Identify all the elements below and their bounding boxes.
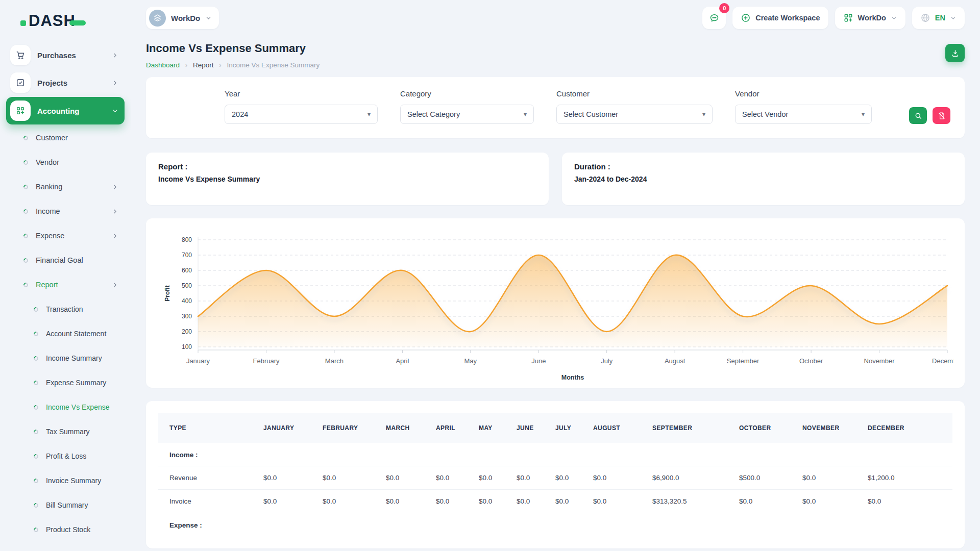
sidebar-item-purchases[interactable]: Purchases <box>6 42 125 68</box>
cell-value: $0.0 <box>550 466 588 490</box>
sidebar-item-label: Transaction <box>46 305 83 313</box>
reset-button[interactable] <box>933 107 950 124</box>
sidebar-item-financial-goal[interactable]: Financial Goal <box>0 248 131 272</box>
sidebar-item-report[interactable]: Report <box>0 272 131 297</box>
search-button[interactable] <box>909 107 927 124</box>
column-header: TYPE <box>158 413 258 443</box>
chevron-down-icon <box>205 15 212 21</box>
duration-card-label: Duration : <box>574 162 952 171</box>
svg-text:November: November <box>864 357 895 365</box>
language-button[interactable]: EN <box>912 7 965 29</box>
profit-area-chart: 100200300400500600700800 JanuaryFebruary… <box>157 230 953 384</box>
sidebar-item-cash-flow[interactable]: Cash Flow <box>0 542 131 551</box>
logo-accent-dot <box>20 20 26 26</box>
sidebar-item-label: Financial Goal <box>36 256 83 264</box>
year-label: Year <box>225 89 378 98</box>
cell-value: $6,900.0 <box>647 466 734 490</box>
download-icon <box>951 49 960 58</box>
report-card: Report : Income Vs Expense Summary <box>146 153 549 205</box>
chevron-right-icon <box>112 52 118 59</box>
sidebar-item-accounting[interactable]: Accounting <box>6 97 125 124</box>
sidebar-item-product-stock[interactable]: Product Stock <box>0 517 131 542</box>
chevron-right-icon <box>112 233 118 239</box>
bullet-icon <box>22 233 29 239</box>
vendor-select-value: Select Vendor <box>742 110 788 118</box>
row-type: Revenue <box>158 466 258 490</box>
chevron-down-icon: ▾ <box>368 111 371 118</box>
topbar: WorkDo 0 Create Workspace WorkDo <box>131 0 980 31</box>
income-expense-table: TYPEJANUARYFEBRUARYMARCHAPRILMAYJUNEJULY… <box>158 413 952 536</box>
create-workspace-button[interactable]: Create Workspace <box>732 7 828 29</box>
sidebar-item-tax-summary[interactable]: Tax Summary <box>0 419 131 444</box>
sidebar-item-label: Product Stock <box>46 525 90 534</box>
bullet-icon <box>33 429 39 435</box>
svg-text:August: August <box>665 357 685 365</box>
breadcrumb-current: Income Vs Expense Summary <box>227 61 320 69</box>
grid-plus-icon <box>10 101 31 121</box>
year-filter: Year2024▾ <box>225 89 378 124</box>
file-off-icon <box>938 112 946 120</box>
sidebar-item-income[interactable]: Income <box>0 199 131 223</box>
sidebar-item-label: Report <box>36 281 58 289</box>
cell-value: $0.0 <box>797 466 863 490</box>
workdo-menu-button[interactable]: WorkDo <box>835 7 905 29</box>
sidebar-item-label: Tax Summary <box>46 428 90 436</box>
svg-text:December: December <box>932 357 953 365</box>
vendor-select[interactable]: Select Vendor▾ <box>735 105 872 124</box>
messages-button[interactable]: 0 <box>702 7 726 29</box>
svg-text:800: 800 <box>182 236 192 243</box>
sidebar-item-bill-summary[interactable]: Bill Summary <box>0 493 131 517</box>
main-area: WorkDo 0 Create Workspace WorkDo <box>131 0 980 551</box>
sidebar-item-label: Expense Summary <box>46 379 106 387</box>
check-square-icon <box>10 72 31 93</box>
column-header: AUGUST <box>588 413 647 443</box>
workspace-switcher[interactable]: WorkDo <box>146 7 219 29</box>
messages-badge: 0 <box>719 3 729 13</box>
sidebar-item-label: Vendor <box>36 158 59 166</box>
category-label: Category <box>400 89 534 98</box>
sidebar-item-invoice-summary[interactable]: Invoice Summary <box>0 468 131 493</box>
duration-card: Duration : Jan-2024 to Dec-2024 <box>562 153 965 205</box>
topbar-actions: 0 Create Workspace WorkDo EN <box>702 7 965 29</box>
year-select[interactable]: 2024▾ <box>225 105 378 124</box>
sidebar-item-banking[interactable]: Banking <box>0 174 131 199</box>
sidebar-item-profit-loss[interactable]: Profit & Loss <box>0 444 131 468</box>
sidebar-item-expense-summary[interactable]: Expense Summary <box>0 370 131 395</box>
sidebar-item-expense[interactable]: Expense <box>0 223 131 248</box>
breadcrumb-dashboard[interactable]: Dashboard <box>146 61 180 69</box>
sidebar-item-label: Purchases <box>37 51 105 60</box>
bullet-icon <box>22 208 29 215</box>
sidebar-item-income-vs-expense[interactable]: Income Vs Expense <box>0 395 131 419</box>
sidebar-item-projects[interactable]: Projects <box>6 69 125 96</box>
column-header: NOVEMBER <box>797 413 863 443</box>
filter-card: Year2024▾CategorySelect Category▾Custome… <box>146 77 965 138</box>
filter-actions <box>909 107 950 124</box>
sidebar-item-vendor[interactable]: Vendor <box>0 150 131 174</box>
brand-logo[interactable]: DASH <box>0 7 131 35</box>
bullet-icon <box>33 502 39 509</box>
sidebar-item-label: Banking <box>36 183 62 191</box>
download-button[interactable] <box>945 44 965 62</box>
chevron-right-icon <box>112 80 118 86</box>
sidebar-item-label: Projects <box>37 79 105 87</box>
logo-accent-bar <box>69 20 86 26</box>
chevron-right-icon <box>112 282 118 288</box>
sidebar-item-account-statement[interactable]: Account Statement <box>0 321 131 346</box>
category-select[interactable]: Select Category▾ <box>400 105 534 124</box>
cell-value: $0.0 <box>863 490 952 513</box>
filter-fields: Year2024▾CategorySelect Category▾Custome… <box>225 89 889 124</box>
workdo-menu-label: WorkDo <box>858 14 886 22</box>
customer-select[interactable]: Select Customer▾ <box>556 105 713 124</box>
page-head: Income Vs Expense Summary Dashboard › Re… <box>146 42 965 69</box>
sidebar-item-customer[interactable]: Customer <box>0 126 131 150</box>
income-expense-table-card: TYPEJANUARYFEBRUARYMARCHAPRILMAYJUNEJULY… <box>146 401 965 548</box>
sidebar-item-transaction[interactable]: Transaction <box>0 297 131 321</box>
table-section-row: Income : <box>158 443 952 466</box>
cell-value: $0.0 <box>381 466 431 490</box>
chevron-right-icon <box>112 184 118 190</box>
chart-card: 100200300400500600700800 JanuaryFebruary… <box>146 218 965 388</box>
breadcrumb-report[interactable]: Report <box>193 61 214 69</box>
y-axis-label: Profit <box>164 285 171 301</box>
cell-value: $0.0 <box>317 490 381 513</box>
sidebar-item-income-summary[interactable]: Income Summary <box>0 346 131 370</box>
